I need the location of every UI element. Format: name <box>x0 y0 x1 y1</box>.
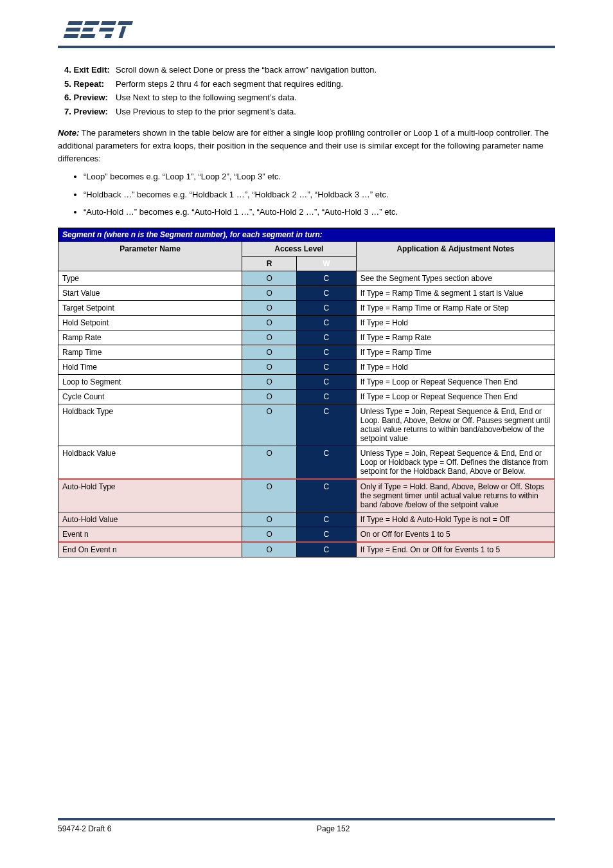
cell-w: C <box>297 330 357 345</box>
cell-param: Hold Setpoint <box>58 315 242 330</box>
table-row: Target SetpointOCIf Type = Ramp Time or … <box>58 300 555 315</box>
cell-notes: Unless Type = Join, Repeat Sequence & En… <box>356 404 555 446</box>
col-access: Access Level <box>242 241 357 256</box>
cell-w: C <box>297 542 357 557</box>
svg-rect-4 <box>82 28 94 32</box>
cell-notes: On or Off for Events 1 to 5 <box>356 527 555 542</box>
col-r: R <box>242 256 297 271</box>
col-w: W <box>297 256 357 271</box>
note-label: Note: <box>58 128 79 138</box>
intro-row: 7. Preview: Use Previous to step to the … <box>58 105 555 118</box>
table-row: Auto-Hold TypeOCOnly if Type = Hold. Ban… <box>58 479 555 512</box>
intro-num: 4. Exit Edit: <box>64 64 116 77</box>
cell-w: C <box>297 315 357 330</box>
cell-w: C <box>297 404 357 446</box>
cell-r: O <box>242 404 297 446</box>
cell-notes: If Type = Ramp Time <box>356 345 555 359</box>
footer-left: 59474-2 Draft 6 <box>58 824 111 833</box>
intro-text: Use Next to step to the following segmen… <box>116 91 555 104</box>
table-row: Holdback ValueOCUnless Type = Join, Repe… <box>58 446 555 479</box>
intro-text: Scroll down & select Done or press the “… <box>116 64 555 77</box>
cell-notes: If Type = Hold <box>356 315 555 330</box>
intro-row: 6. Preview: Use Next to step to the foll… <box>58 91 555 104</box>
intro-num: 6. Preview: <box>64 91 116 104</box>
svg-rect-9 <box>118 21 133 25</box>
table-row: Ramp RateOCIf Type = Ramp Rate <box>58 330 555 345</box>
bullet-item: “Holdback …” becomes e.g. “Holdback 1 …”… <box>84 188 555 201</box>
cell-w: C <box>297 271 357 285</box>
cell-param: End On Event n <box>58 542 242 557</box>
cell-param: Target Setpoint <box>58 300 242 315</box>
page-footer: 59474-2 Draft 6 Page 152 <box>58 818 555 833</box>
table-row: TypeOCSee the Segment Types section abov… <box>58 271 555 285</box>
cell-param: Hold Time <box>58 359 242 374</box>
table-title-row: Segment n (where n is the Segment number… <box>58 228 555 241</box>
intro-num: 5. Repeat: <box>64 78 116 91</box>
cell-w: C <box>297 345 357 359</box>
cell-w: C <box>297 512 357 527</box>
table-row: Event nOCOn or Off for Events 1 to 5 <box>58 527 555 542</box>
cell-notes: If Type = Loop or Repeat Sequence Then E… <box>356 374 555 389</box>
cell-w: C <box>297 527 357 542</box>
cell-r: O <box>242 542 297 557</box>
segment-parameter-table: Segment n (where n is the Segment number… <box>58 228 555 557</box>
cell-r: O <box>242 330 297 345</box>
table-row: Cycle CountOCIf Type = Loop or Repeat Se… <box>58 389 555 404</box>
note-bullets: “Loop” becomes e.g. “Loop 1”, “Loop 2”, … <box>84 170 555 219</box>
col-param: Parameter Name <box>58 241 242 271</box>
svg-rect-5 <box>80 34 96 38</box>
cell-notes: If Type = Loop or Repeat Sequence Then E… <box>356 389 555 404</box>
cell-notes: If Type = Hold <box>356 359 555 374</box>
col-notes: Application & Adjustment Notes <box>356 241 555 271</box>
intro-steps: 4. Exit Edit: Scroll down & select Done … <box>58 64 555 118</box>
brand-logo <box>58 19 555 43</box>
table-row: Hold SetpointOCIf Type = Hold <box>58 315 555 330</box>
table-row: Auto-Hold ValueOCIf Type = Hold & Auto-H… <box>58 512 555 527</box>
cell-notes: If Type = Ramp Time & segment 1 start is… <box>356 285 555 300</box>
cell-r: O <box>242 527 297 542</box>
cell-notes: If Type = Ramp Rate <box>356 330 555 345</box>
cell-param: Holdback Type <box>58 404 242 446</box>
cell-param: Type <box>58 271 242 285</box>
svg-rect-10 <box>119 26 127 38</box>
cell-w: C <box>297 446 357 479</box>
svg-rect-2 <box>64 34 79 38</box>
cell-r: O <box>242 389 297 404</box>
cell-r: O <box>242 374 297 389</box>
footer-rule <box>58 818 555 820</box>
intro-text: Perform steps 2 thru 4 for each segment … <box>116 78 555 91</box>
cell-w: C <box>297 359 357 374</box>
intro-row: 5. Repeat: Perform steps 2 thru 4 for ea… <box>58 78 555 91</box>
svg-rect-1 <box>66 28 81 32</box>
svg-rect-7 <box>99 28 114 32</box>
cell-r: O <box>242 271 297 285</box>
svg-rect-6 <box>101 21 116 25</box>
cell-param: Event n <box>58 527 242 542</box>
header-rule <box>58 46 555 48</box>
bullet-item: “Loop” becomes e.g. “Loop 1”, “Loop 2”, … <box>84 170 555 183</box>
table-title: Segment n (where n is the Segment number… <box>58 228 555 241</box>
cell-param: Start Value <box>58 285 242 300</box>
cell-notes: Only if Type = Hold. Band, Above, Below … <box>356 479 555 512</box>
cell-r: O <box>242 285 297 300</box>
cell-param: Loop to Segment <box>58 374 242 389</box>
table-row: Start ValueOCIf Type = Ramp Time & segme… <box>58 285 555 300</box>
intro-text: Use Previous to step to the prior segmen… <box>116 105 555 118</box>
cell-param: Auto-Hold Value <box>58 512 242 527</box>
svg-rect-3 <box>84 21 100 25</box>
note-paragraph: Note: The parameters shown in the table … <box>58 127 555 165</box>
cell-r: O <box>242 315 297 330</box>
svg-rect-0 <box>67 21 83 25</box>
cell-w: C <box>297 300 357 315</box>
footer-center: Page 152 <box>317 824 350 833</box>
cell-w: C <box>297 285 357 300</box>
intro-row: 4. Exit Edit: Scroll down & select Done … <box>58 64 555 77</box>
cell-r: O <box>242 479 297 512</box>
bullet-item: “Auto-Hold …” becomes e.g. “Auto-Hold 1 … <box>84 206 555 219</box>
cell-r: O <box>242 345 297 359</box>
cell-param: Auto-Hold Type <box>58 479 242 512</box>
table-row: Ramp TimeOCIf Type = Ramp Time <box>58 345 555 359</box>
svg-rect-8 <box>105 34 112 38</box>
table-row: Loop to SegmentOCIf Type = Loop or Repea… <box>58 374 555 389</box>
cell-notes: Unless Type = Join, Repeat Sequence & En… <box>356 446 555 479</box>
